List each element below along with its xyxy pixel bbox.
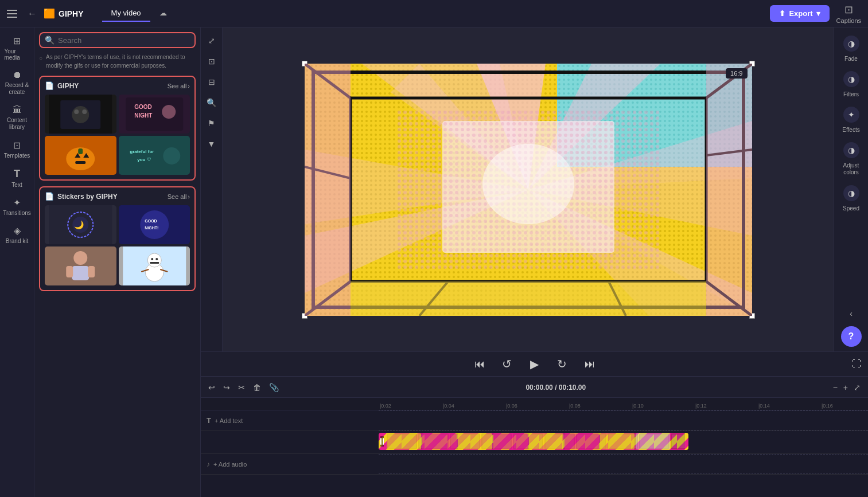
- search-icon: 🔍: [45, 36, 55, 45]
- list-item[interactable]: [119, 246, 190, 285]
- list-item[interactable]: [45, 95, 116, 134]
- giphy-title-icon: 📄: [45, 81, 54, 90]
- svg-point-3: [74, 109, 79, 114]
- subtitles-tool[interactable]: ⊟: [203, 73, 220, 91]
- sidebar-item-brand-kit[interactable]: ◈ Brand kit: [2, 222, 32, 248]
- crop-tool[interactable]: ⊡: [203, 53, 220, 70]
- sidebar-item-content-library[interactable]: 🏛 Contentlibrary: [2, 101, 32, 134]
- main-area: ⊞ Your media ⏺ Record &create 🏛 Contentl…: [0, 28, 868, 497]
- svg-point-29: [73, 251, 87, 265]
- sidebar-item-templates[interactable]: ⊡ Templates: [2, 136, 32, 162]
- ruler-mark: |0:12: [694, 403, 757, 410]
- menu-icon[interactable]: [7, 7, 21, 21]
- svg-point-2: [72, 106, 89, 123]
- fast-forward-button[interactable]: ↻: [553, 355, 571, 373]
- skip-forward-button[interactable]: ⏭: [581, 355, 599, 373]
- video-preview: 16:9: [223, 28, 834, 351]
- export-button[interactable]: ⬆ Export ▾: [770, 5, 829, 22]
- video-frame: [305, 64, 752, 316]
- tab-my-video[interactable]: My video: [102, 5, 150, 22]
- panel-content: 🔍 ○ As per GIPHY's terms of use, it is n…: [34, 28, 200, 497]
- right-panel-effects[interactable]: ✦ Effects: [836, 103, 866, 136]
- search-tool[interactable]: 🔍: [203, 94, 220, 111]
- arrow-down-tool[interactable]: ▼: [203, 135, 220, 152]
- cut-button[interactable]: ✂: [236, 381, 247, 394]
- sidebar-item-record-create[interactable]: ⏺ Record &create: [2, 66, 32, 99]
- video-canvas: 16:9: [305, 64, 752, 316]
- sidebar-item-text[interactable]: T Text: [2, 165, 32, 191]
- clip-add-button[interactable]: 📎: [267, 381, 281, 394]
- timeline-zoom: − + ⤢: [831, 381, 862, 394]
- giphy-see-all[interactable]: See all ›: [168, 83, 190, 89]
- svg-point-25: [140, 210, 169, 239]
- svg-point-19: [163, 147, 180, 165]
- svg-rect-30: [72, 266, 89, 280]
- list-item[interactable]: grateful foryou ♡: [119, 136, 190, 175]
- panel-collapse-button[interactable]: ‹: [846, 308, 857, 319]
- stickers-see-all[interactable]: See all ›: [168, 193, 190, 200]
- audio-track-label: ♪ + Add audio: [201, 460, 379, 468]
- info-dot: ○: [39, 54, 42, 70]
- back-button[interactable]: ←: [28, 9, 37, 19]
- svg-rect-32: [88, 266, 95, 277]
- zoom-fit-button[interactable]: ⤢: [852, 381, 862, 394]
- sidebar-item-transitions[interactable]: ✦ Transitions: [2, 194, 32, 220]
- skip-back-button[interactable]: ⏮: [470, 355, 489, 373]
- right-panel-adjust-colors[interactable]: ◑ Adjustcolors: [836, 139, 866, 179]
- video-clip[interactable]: [379, 433, 688, 450]
- captions-button[interactable]: ⊡ Captions: [836, 3, 861, 24]
- effects-icon: ✦: [843, 107, 859, 123]
- play-button[interactable]: ▶: [526, 355, 544, 373]
- text-track-content: [379, 410, 868, 431]
- ruler-mark: |0:06: [505, 403, 568, 410]
- list-item[interactable]: GOODNIGHT!: [119, 205, 190, 244]
- fade-icon: ◑: [843, 36, 859, 52]
- add-text-button[interactable]: + Add text: [215, 417, 243, 424]
- sidebar: ⊞ Your media ⏺ Record &create 🏛 Contentl…: [0, 28, 34, 497]
- sidebar-item-your-media[interactable]: ⊞ Your media: [2, 32, 32, 64]
- svg-text:GOOD: GOOD: [134, 104, 152, 110]
- svg-point-9: [162, 105, 176, 119]
- timeline-toolbar: ↩ ↪ ✂ 🗑 📎 00:00.00 / 00:10.00 − + ⤢: [201, 377, 868, 398]
- aspect-ratio-badge: 16:9: [726, 68, 747, 79]
- list-item[interactable]: [45, 246, 116, 285]
- tab-cloud[interactable]: ☁: [150, 5, 176, 22]
- right-panel-filters[interactable]: ◑ Filters: [836, 68, 866, 101]
- speed-icon: ◑: [843, 185, 859, 201]
- list-item[interactable]: [45, 136, 116, 175]
- app-title: GIPHY: [59, 9, 84, 18]
- export-label: Export: [789, 9, 812, 18]
- svg-rect-84: [600, 433, 635, 449]
- ruler-mark: |0:04: [442, 403, 505, 410]
- fullscreen-button[interactable]: ⛶: [852, 359, 861, 369]
- zoom-in-button[interactable]: +: [842, 381, 850, 394]
- resize-tool[interactable]: ⤢: [203, 32, 220, 49]
- brand-kit-icon: ◈: [14, 225, 21, 236]
- ruler-mark: |0:10: [631, 403, 694, 410]
- zoom-out-button[interactable]: −: [831, 381, 839, 394]
- redo-button[interactable]: ↪: [221, 381, 232, 394]
- svg-rect-12: [78, 148, 83, 154]
- giphy-section-title: 📄 GIPHY: [45, 81, 79, 90]
- right-panel-fade[interactable]: ◑ Fade: [836, 32, 866, 65]
- ruler-mark: |0:08: [568, 403, 631, 410]
- text-track-row: T + Add text: [201, 410, 868, 431]
- delete-button[interactable]: 🗑: [251, 381, 263, 394]
- search-wrapper: 🔍: [39, 32, 196, 48]
- list-item[interactable]: GOODNIGHT: [119, 95, 190, 134]
- help-button[interactable]: ?: [841, 326, 862, 347]
- svg-rect-72: [305, 64, 351, 316]
- undo-button[interactable]: ↩: [207, 381, 217, 394]
- templates-icon: ⊡: [13, 140, 21, 151]
- right-panel-speed[interactable]: ◑ Speed: [836, 182, 866, 215]
- svg-text:you ♡: you ♡: [137, 157, 150, 162]
- add-audio-button[interactable]: + Add audio: [213, 461, 247, 468]
- search-input[interactable]: [58, 36, 190, 45]
- svg-rect-15: [75, 161, 85, 164]
- flag-tool[interactable]: ⚑: [203, 115, 220, 132]
- timeline-tracks: T + Add text: [201, 410, 868, 497]
- list-item[interactable]: 🌙: [45, 205, 116, 244]
- svg-point-61: [482, 144, 574, 224]
- rewind-button[interactable]: ↺: [498, 355, 516, 373]
- svg-rect-31: [66, 266, 73, 277]
